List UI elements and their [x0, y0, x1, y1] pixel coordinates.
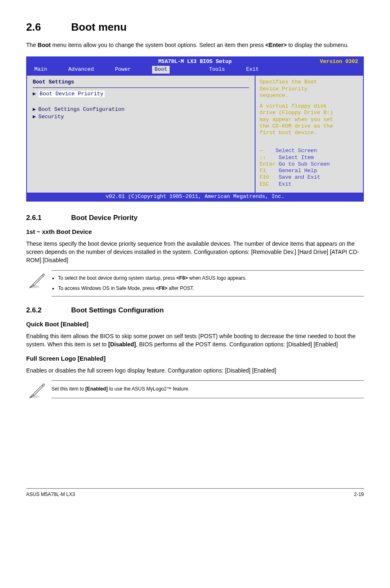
- tab-main: Main: [34, 66, 47, 72]
- tab-boot: Boot: [152, 66, 170, 74]
- help-line: the CD-ROM drive as the: [260, 123, 359, 130]
- help-line: A virtual floppy disk: [260, 103, 359, 110]
- bios-help-pane: Specifies the Boot Device Priority seque…: [255, 76, 363, 193]
- svg-line-3: [42, 275, 43, 276]
- full-screen-logo-heading: Full Screen Logo [Enabled]: [26, 354, 364, 363]
- boot-device-paragraph: These items specify the boot device prio…: [26, 240, 364, 265]
- help-line: drive (Floppy Drive B:): [260, 110, 359, 116]
- key-hint: F10 Save and Exit: [260, 174, 359, 181]
- subsection-heading: 2.6.1Boot Device Priority: [26, 213, 364, 223]
- note-text: Set this item to [Enabled] to use the AS…: [52, 385, 361, 393]
- bios-screenshot: M5A78L-M LX3 BIOS Setup Version 0302 Mai…: [26, 56, 364, 202]
- help-line: sequence.: [260, 92, 359, 99]
- bios-version: Version 0302: [320, 58, 358, 65]
- tab-advanced: Advanced: [68, 66, 94, 72]
- note-box: Set this item to [Enabled] to use the AS…: [52, 380, 364, 398]
- tab-tools: Tools: [209, 66, 225, 72]
- quick-boot-heading: Quick Boot [Enabled]: [26, 320, 364, 329]
- boot-settings-title: Boot Settings: [33, 79, 249, 85]
- page-footer: ASUS M5A78L-M LX3 2-19: [26, 488, 364, 498]
- note-box: To select the boot device during system …: [52, 270, 364, 297]
- boot-device-priority-label: Boot Device Priority: [38, 91, 105, 97]
- key-hint: ESC Exit: [260, 181, 359, 188]
- tab-power: Power: [115, 66, 131, 72]
- section-intro: The Boot menu items allow you to change …: [26, 41, 364, 49]
- quick-boot-paragraph: Enabling this item allows the BIOS to sk…: [26, 332, 364, 349]
- footer-page-number: 2-19: [354, 491, 364, 498]
- submenu-arrow-icon: ▶: [33, 106, 36, 112]
- boot-settings-config-label: Boot Settings Configuration: [38, 106, 125, 112]
- pencil-icon: [28, 272, 45, 290]
- help-line: first boot device.: [260, 130, 359, 136]
- note-item: To access Windows OS in Safe Mode, press…: [58, 285, 361, 292]
- security-label: Security: [38, 114, 64, 120]
- key-hint: ↔ Select Screen: [260, 148, 359, 154]
- boot-device-heading: 1st ~ xxth Boot Device: [26, 227, 364, 236]
- submenu-arrow-icon: ▶: [33, 91, 36, 97]
- help-line: Device Priority: [260, 86, 359, 92]
- tab-exit: Exit: [246, 66, 259, 72]
- boot-device-priority-row: ▶Boot Device Priority: [33, 90, 249, 98]
- security-row: ▶Security: [33, 113, 249, 121]
- full-screen-logo-paragraph: Enables or disables the full screen logo…: [26, 366, 364, 375]
- bios-title: M5A78L-M LX3 BIOS Setup: [27, 58, 363, 65]
- pencil-icon: [28, 382, 45, 399]
- help-line: may appear when you set: [260, 117, 359, 123]
- subsection-heading: 2.6.2Boot Settings Configuration: [26, 305, 364, 316]
- help-line: Specifies the Boot: [260, 79, 359, 85]
- bios-tabs: Main Advanced Power Boot Tools Exit: [27, 65, 363, 75]
- svg-line-7: [42, 385, 43, 386]
- key-hint: F1 General Help: [260, 168, 359, 174]
- section-heading: 2.6Boot menu: [26, 20, 364, 35]
- bios-left-pane: Boot Settings ▶Boot Device Priority ▶Boo…: [27, 76, 255, 193]
- boot-settings-config-row: ▶Boot Settings Configuration: [33, 106, 249, 113]
- footer-model: ASUS M5A78L-M LX3: [26, 491, 75, 498]
- submenu-arrow-icon: ▶: [33, 114, 36, 120]
- bios-footer: v02.61 (C)Copyright 1985-2011, American …: [27, 193, 363, 201]
- key-hint: ↕↕ Select Item: [260, 155, 359, 161]
- note-item: To select the boot device during system …: [58, 275, 361, 282]
- bios-header: M5A78L-M LX3 BIOS Setup Version 0302 Mai…: [27, 57, 363, 76]
- key-hint: Enter Go to Sub Screen: [260, 161, 359, 168]
